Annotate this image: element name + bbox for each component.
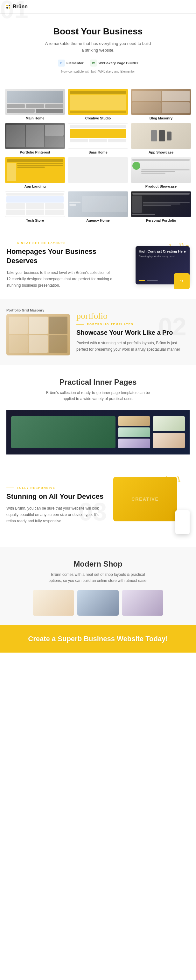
portfolio-script: portfolio — [76, 311, 190, 321]
demo-item-main-home[interactable]: Main Home — [5, 89, 65, 120]
demo-label-tech: Tech Store — [5, 218, 65, 222]
demo-thumb-empty — [68, 158, 128, 183]
demo-item-app-landing[interactable]: App Landing — [5, 158, 65, 188]
demo-thumb-product-showcase[interactable] — [131, 158, 191, 183]
demo-thumb-blog[interactable] — [131, 89, 191, 115]
compatible-note: Now compatible with both WPBakery and El… — [19, 70, 177, 73]
inner-pages-showcase — [6, 410, 190, 455]
portfolio-section: Portfolio Grid Masonry 02 portfolio PORT… — [0, 299, 196, 365]
resp-laptop — [113, 477, 177, 521]
demo-thumb-app-showcase[interactable] — [131, 123, 191, 149]
shop-thumbs — [6, 590, 190, 616]
demo-label-creative: Creative Studio — [68, 116, 128, 120]
shop-thumb-3 — [122, 590, 163, 616]
shop-description: Brünn comes with a neat set of shop layo… — [44, 572, 152, 584]
wpbakery-icon: W — [90, 60, 97, 67]
responsive-text: 03 FULLY RESPONSIVE Stunning on All Your… — [6, 486, 107, 525]
inner-pages-description: Brünn's collection of ready-to-go inner … — [44, 390, 152, 402]
demo-item-personal[interactable]: Personal Portfolio — [131, 191, 191, 222]
homepages-visual: hello High Contrast Creating Here Stunni… — [120, 242, 190, 289]
demo-item-empty — [68, 158, 128, 188]
demo-grid: Main Home Creative Studio Blog Masonry P… — [0, 83, 196, 229]
ips-sm-1 — [118, 416, 150, 426]
responsive-section: 03 FULLY RESPONSIVE Stunning on All Your… — [0, 464, 196, 547]
hp-card-text: Stunning layouts for every need — [139, 255, 187, 258]
shop-thumb-2 — [77, 590, 119, 616]
demo-thumb-tech[interactable] — [5, 191, 65, 217]
demo-label-portfolio-p: Portfolio Pinterest — [5, 150, 65, 154]
homepages-section: 01 A NEAT SET OF LAYOUTS Homepages Your … — [0, 229, 196, 299]
demo-item-agency[interactable]: Agency Home — [68, 191, 128, 222]
wpbakery-label: WPBakery Page Builder — [99, 61, 138, 65]
demo-item-product-showcase[interactable]: Product Showcase — [131, 158, 191, 188]
demo-item-app-showcase[interactable]: App Showcase — [131, 123, 191, 154]
inner-pages-title: Practical Inner Pages — [6, 378, 190, 387]
ips-sm-4 — [153, 416, 185, 431]
homepages-tag: A NEAT SET OF LAYOUTS — [6, 242, 113, 245]
homepages-number-bg: 01 — [0, 0, 28, 22]
demo-item-saas[interactable]: Saas Home — [68, 123, 128, 154]
ips-small-col-2 — [153, 416, 185, 448]
demo-thumb-saas[interactable] — [68, 123, 128, 149]
demo-thumb-main-home[interactable] — [5, 89, 65, 115]
hero-section: Boost Your Business A remarkable theme t… — [0, 14, 196, 83]
portfolio-visual: Portfolio Grid Masonry — [6, 308, 70, 355]
ips-sm-2 — [118, 427, 150, 437]
demo-label-saas: Saas Home — [68, 150, 128, 154]
demo-label-blog: Blog Masonry — [131, 116, 191, 120]
cta-section[interactable]: Create a Superb Business Website Today! — [0, 625, 196, 652]
homepages-text: 01 A NEAT SET OF LAYOUTS Homepages Your … — [6, 242, 113, 288]
ips-sm-5 — [153, 433, 185, 448]
demo-item-portfolio-p[interactable]: Portfolio Pinterest — [5, 123, 65, 154]
shop-section: Modern Shop Brünn comes with a neat set … — [0, 547, 196, 625]
responsive-tag: FULLY RESPONSIVE — [6, 486, 107, 490]
cta-title: Create a Superb Business Website Today! — [6, 635, 190, 643]
hero-title: Boost Your Business — [19, 26, 177, 37]
demo-thumb-app-landing[interactable] — [5, 158, 65, 183]
homepages-title: Homepages Your Business Deserves — [6, 247, 113, 265]
hero-description: A remarkable theme that has everything y… — [44, 40, 152, 54]
ips-sm-3 — [118, 439, 150, 448]
portfolio-description: Packed with a stunning set of portfolio … — [76, 340, 190, 353]
portfolio-thumb — [6, 314, 70, 355]
demo-label-agency: Agency Home — [68, 218, 128, 222]
demo-label-personal: Personal Portfolio — [131, 218, 191, 222]
header: Brünn — [0, 0, 196, 14]
demo-item-blog[interactable]: Blog Masonry — [131, 89, 191, 120]
hp-badge-number: 12 — [180, 280, 183, 283]
inner-pages-section: Practical Inner Pages Brünn's collection… — [0, 365, 196, 464]
homepages-description: Take your business to the next level wit… — [6, 269, 113, 289]
demo-item-tech[interactable]: Tech Store — [5, 191, 65, 222]
responsive-number-bg: 03 — [79, 499, 107, 525]
responsive-visual: design — [113, 477, 190, 534]
wpbakery-badge: W WPBakery Page Builder — [90, 60, 138, 67]
demo-thumb-creative[interactable] — [68, 89, 128, 115]
ips-big-thumb — [11, 416, 115, 448]
demo-thumb-portfolio-p[interactable] — [5, 123, 65, 149]
demo-label-app-showcase: App Showcase — [131, 150, 191, 154]
demo-thumb-agency[interactable] — [68, 191, 128, 217]
resp-phone — [175, 510, 190, 534]
elementor-badge: E Elementor — [58, 60, 84, 67]
homepage-visual-card: hello High Contrast Creating Here Stunni… — [120, 242, 190, 289]
shop-title: Modern Shop — [6, 560, 190, 568]
ips-small-col — [118, 416, 150, 448]
hp-badge: 12 — [174, 273, 190, 289]
demo-thumb-personal[interactable] — [131, 191, 191, 217]
demo-label-product-showcase: Product Showcase — [131, 185, 191, 188]
portfolio-grid-label: Portfolio Grid Masonry — [6, 308, 70, 312]
demo-label-main-home: Main Home — [5, 116, 65, 120]
elementor-label: Elementor — [66, 61, 84, 65]
demo-label-app-landing: App Landing — [5, 185, 65, 188]
shop-thumb-1 — [33, 590, 74, 616]
builder-badges: E Elementor W WPBakery Page Builder — [19, 60, 177, 67]
hp-card-title: High Contrast Creating Here — [139, 250, 187, 253]
demo-item-creative[interactable]: Creative Studio — [68, 89, 128, 120]
elementor-icon: E — [58, 60, 65, 67]
portfolio-text: 02 portfolio PORTFOLIO TEMPLATES Showcas… — [76, 311, 190, 353]
